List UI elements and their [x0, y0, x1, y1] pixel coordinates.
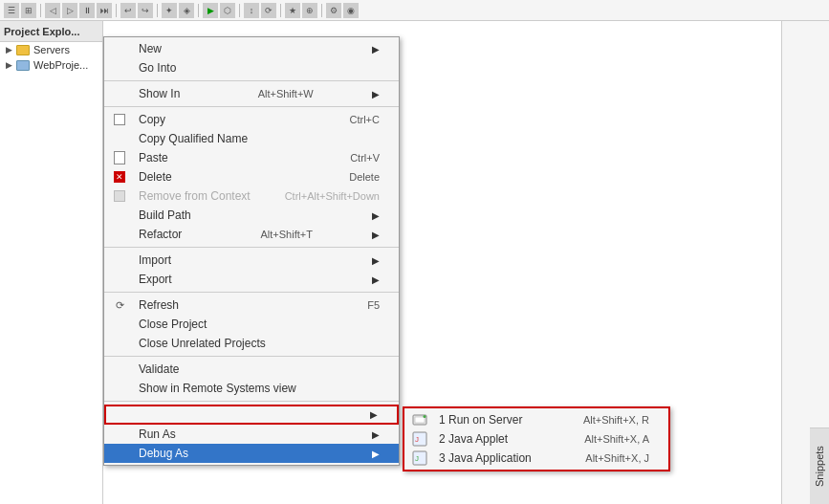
toolbar-separator-3 — [157, 4, 158, 17]
debug-as-arrow-icon: ▶ — [362, 429, 380, 440]
snippets-label[interactable]: Snippets — [810, 427, 829, 504]
run-as-submenu: 1 Run on Server Alt+Shift+X, R J 2 Java … — [403, 406, 670, 471]
servers-label: Servers — [33, 44, 70, 55]
toolbar-icon-9[interactable]: ✦ — [162, 3, 177, 18]
java-applet-icon: J — [408, 431, 431, 447]
menu-go-into-label: Go Into — [139, 61, 176, 75]
toolbar-icon-11[interactable]: ⬡ — [220, 3, 235, 18]
toolbar-icon-17[interactable]: ◉ — [343, 3, 359, 18]
separator-4 — [104, 292, 399, 293]
remove-context-icon — [108, 190, 131, 202]
separator-2 — [104, 106, 399, 107]
menu-debug-as-label: Run As — [139, 427, 176, 441]
menu-validate-label: Validate — [139, 362, 179, 376]
svg-point-2 — [424, 415, 426, 418]
submenu-item-java-app[interactable]: J 3 Java Application Alt+Shift+X, J — [404, 449, 668, 468]
run-on-server-icon — [408, 412, 431, 427]
menu-delete-label: Delete — [139, 170, 172, 184]
menu-item-close-unrelated[interactable]: Close Unrelated Projects — [104, 334, 399, 353]
menu-item-run-as[interactable]: ▶ 1 Run on Server Alt+ — [104, 405, 399, 425]
menu-item-close-project[interactable]: Close Project — [104, 315, 399, 334]
project-explorer-item-webproject[interactable]: ▶ WebProje... — [0, 57, 102, 73]
run-as-arrow-icon: ▶ — [360, 409, 378, 420]
menu-export-label: Export — [139, 273, 172, 286]
menu-item-copy[interactable]: Copy Ctrl+C — [104, 110, 399, 129]
menu-item-copy-qualified[interactable]: Copy Qualified Name — [104, 129, 399, 148]
menu-close-project-label: Close Project — [139, 318, 207, 331]
toolbar-icon-1[interactable]: ☰ — [4, 3, 19, 18]
menu-item-remove-context[interactable]: Remove from Context Ctrl+Alt+Shift+Down — [104, 186, 399, 206]
menu-refactor-label: Refactor — [139, 228, 182, 241]
toolbar-icon-13[interactable]: ⟳ — [261, 3, 276, 18]
menu-item-new[interactable]: New ▶ — [104, 39, 399, 58]
copy-icon — [108, 114, 131, 125]
menu-item-debug-as[interactable]: Run As ▶ — [104, 425, 399, 444]
toolbar-icon-6[interactable]: ⏭ — [97, 3, 112, 18]
project-explorer-panel: Project Explo... ▶ Servers ▶ WebProje... — [0, 21, 103, 504]
svg-text:J: J — [415, 435, 419, 444]
menu-item-go-into[interactable]: Go Into — [104, 58, 399, 77]
menu-new-label: New — [139, 42, 162, 55]
menu-item-export[interactable]: Export ▶ — [104, 270, 399, 289]
toolbar-icon-3[interactable]: ◁ — [45, 3, 60, 18]
menu-item-validate[interactable]: Validate — [104, 360, 399, 379]
menu-copy-label: Copy — [139, 113, 165, 126]
toolbar-separator-5 — [239, 4, 240, 17]
menu-item-refresh[interactable]: ⟳ Refresh F5 — [104, 296, 399, 315]
svg-text:J: J — [415, 454, 419, 463]
menu-item-refactor[interactable]: Refactor Alt+Shift+T ▶ — [104, 225, 399, 244]
menu-item-delete[interactable]: ✕ Delete Delete — [104, 167, 399, 186]
webproject-label: WebProje... — [33, 59, 88, 71]
build-path-arrow-icon: ▶ — [362, 210, 380, 221]
copy-shortcut: Ctrl+C — [321, 114, 380, 125]
toolbar-icon-4[interactable]: ▷ — [62, 3, 77, 18]
menu-close-unrelated-label: Close Unrelated Projects — [139, 337, 266, 350]
menu-import-label: Import — [139, 253, 171, 267]
menu-item-show-in[interactable]: Show In Alt+Shift+W ▶ — [104, 84, 399, 103]
tree-arrow-webproject: ▶ — [6, 60, 12, 70]
menu-remove-context-label: Remove from Context — [139, 189, 251, 203]
refactor-shortcut: Alt+Shift+T — [231, 229, 312, 240]
toolbar-icon-15[interactable]: ⊕ — [302, 3, 317, 18]
toolbar-icon-12[interactable]: ↕ — [244, 3, 259, 18]
toolbar: ☰ ⊞ ◁ ▷ ⏸ ⏭ ↩ ↪ ✦ ◈ ▶ ⬡ ↕ ⟳ ★ ⊕ ⚙ ◉ — [0, 0, 829, 21]
run-on-server-shortcut: Alt+Shift+X, R — [564, 414, 649, 426]
toolbar-icon-16[interactable]: ⚙ — [326, 3, 341, 18]
java-applet-label: 2 Java Applet — [439, 432, 508, 446]
menu-refresh-label: Refresh — [139, 298, 179, 312]
project-explorer-header: Project Explo... — [0, 21, 102, 42]
submenu-item-run-on-server[interactable]: 1 Run on Server Alt+Shift+X, R — [404, 410, 668, 429]
delete-icon: ✕ — [108, 171, 131, 183]
toolbar-icon-5[interactable]: ⏸ — [79, 3, 95, 18]
toolbar-separator-6 — [280, 4, 281, 17]
menu-item-profile-as[interactable]: Debug As ▶ — [104, 444, 399, 463]
toolbar-icon-7[interactable]: ↩ — [120, 3, 136, 18]
show-in-shortcut: Alt+Shift+W — [229, 88, 314, 99]
toolbar-icon-8[interactable]: ↪ — [138, 3, 153, 18]
menu-item-paste[interactable]: Paste Ctrl+V — [104, 148, 399, 167]
menu-item-build-path[interactable]: Build Path ▶ — [104, 206, 399, 225]
toolbar-icon-14[interactable]: ★ — [285, 3, 300, 18]
menu-show-remote-label: Show in Remote Systems view — [139, 382, 296, 395]
toolbar-icon-run[interactable]: ▶ — [203, 3, 218, 18]
project-explorer-item-servers[interactable]: ▶ Servers — [0, 42, 102, 57]
paste-shortcut: Ctrl+V — [321, 152, 380, 164]
separator-1 — [104, 80, 399, 81]
menu-item-import[interactable]: Import ▶ — [104, 251, 399, 270]
menu-item-show-remote[interactable]: Show in Remote Systems view — [104, 379, 399, 398]
snippets-panel: Snippets — [781, 21, 829, 504]
refresh-shortcut: F5 — [338, 299, 380, 311]
remove-context-shortcut: Ctrl+Alt+Shift+Down — [256, 190, 380, 202]
toolbar-separator-7 — [321, 4, 322, 17]
java-app-icon: J — [408, 450, 431, 466]
toolbar-icon-10[interactable]: ◈ — [179, 3, 194, 18]
run-as-submenu-container: 1 Run on Server Alt+Shift+X, R J 2 Java … — [403, 406, 670, 471]
menu-profile-as-label: Debug As — [139, 447, 188, 460]
toolbar-separator-1 — [40, 4, 41, 17]
run-on-server-label: 1 Run on Server — [439, 413, 522, 427]
menu-show-in-label: Show In — [139, 87, 180, 100]
toolbar-icon-2[interactable]: ⊞ — [21, 3, 36, 18]
delete-shortcut: Delete — [320, 171, 380, 183]
show-in-arrow-icon: ▶ — [362, 89, 380, 99]
submenu-item-java-applet[interactable]: J 2 Java Applet Alt+Shift+X, A — [404, 429, 668, 449]
